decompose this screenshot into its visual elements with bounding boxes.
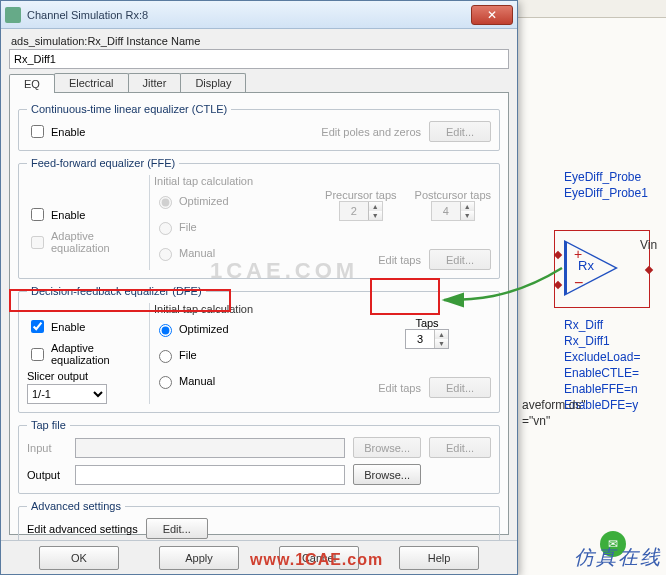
chevron-up-icon[interactable]: ▲: [435, 330, 448, 339]
ffe-radio-file: File: [154, 219, 284, 235]
tapfile-output-browse[interactable]: Browse...: [353, 464, 421, 485]
ctle-edit-button[interactable]: Edit...: [429, 121, 491, 142]
dfe-initial-label: Initial tap calculation: [154, 303, 284, 315]
ffe-edit-taps-label: Edit taps: [378, 254, 421, 266]
tapfile-input-field: [75, 438, 345, 458]
rx-label: Rx: [578, 258, 594, 273]
tab-eq[interactable]: EQ: [9, 74, 55, 93]
instance-name-input[interactable]: [9, 49, 509, 69]
postcursor-label: Postcursor taps: [415, 189, 491, 201]
app-icon: [5, 7, 21, 23]
ffe-initial-label: Initial tap calculation: [154, 175, 284, 187]
ctle-enable-checkbox[interactable]: [31, 125, 44, 138]
dfe-radio-manual[interactable]: Manual: [154, 373, 284, 389]
tab-jitter[interactable]: Jitter: [128, 73, 182, 92]
ctle-enable[interactable]: Enable: [27, 122, 85, 141]
ffe-edit-button[interactable]: Edit...: [429, 249, 491, 270]
ffe-legend: Feed-forward equalizer (FFE): [27, 157, 179, 169]
dfe-enable[interactable]: Enable: [27, 317, 137, 336]
param: Rx_Diff: [564, 318, 603, 332]
param-frag: ="vn": [522, 414, 550, 428]
dfe-taps-label: Taps: [392, 317, 462, 329]
window-title: Channel Simulation Rx:8: [27, 9, 471, 21]
tapfile-output-field[interactable]: [75, 465, 345, 485]
param: ExcludeLoad=: [564, 350, 640, 364]
advanced-label: Edit advanced settings: [27, 523, 138, 535]
precursor-spinner: ▲▼: [339, 201, 383, 221]
tapfile-input-browse[interactable]: Browse...: [353, 437, 421, 458]
slicer-label: Slicer output: [27, 370, 137, 382]
apply-button[interactable]: Apply: [159, 546, 239, 570]
ok-button[interactable]: OK: [39, 546, 119, 570]
dfe-enable-label: Enable: [51, 321, 85, 333]
tapfile-input-edit[interactable]: Edit...: [429, 437, 491, 458]
dfe-radio-file[interactable]: File: [154, 347, 284, 363]
vin-label: Vin: [640, 238, 657, 252]
tapfile-output-label: Output: [27, 469, 67, 481]
dfe-legend: Decision-feedback equalizer (DFE): [27, 285, 206, 297]
schematic-canvas: EyeDiff_Probe EyeDiff_Probe1 + − Rx Vin …: [518, 0, 666, 575]
dfe-edit-button[interactable]: Edit...: [429, 377, 491, 398]
ffe-enable-checkbox[interactable]: [31, 208, 44, 221]
instance-label: ads_simulation:Rx_Diff Instance Name: [11, 35, 509, 47]
dfe-adaptive-label: Adaptive equalization: [51, 342, 137, 366]
param: EnableCTLE=: [564, 366, 639, 380]
advanced-edit-button[interactable]: Edit...: [146, 518, 208, 539]
tapfile-legend: Tap file: [27, 419, 70, 431]
dfe-edit-taps-label: Edit taps: [378, 382, 421, 394]
dfe-radio-optimized[interactable]: Optimized: [154, 321, 284, 337]
tab-page-eq: Continuous-time linear equalizer (CTLE) …: [9, 93, 509, 535]
chevron-down-icon[interactable]: ▼: [435, 339, 448, 348]
postcursor-spinner: ▲▼: [431, 201, 475, 221]
dfe-adaptive[interactable]: Adaptive equalization: [27, 342, 137, 366]
ffe-adaptive-checkbox: [31, 236, 44, 249]
ffe-enable-label: Enable: [51, 209, 85, 221]
ffe-adaptive-label: Adaptive equalization: [51, 230, 137, 254]
tapfile-input-label: Input: [27, 442, 67, 454]
watermark: 1CAE.COM: [210, 258, 358, 284]
help-button[interactable]: Help: [399, 546, 479, 570]
cn-caption: 仿真在线: [574, 544, 662, 571]
tab-bar: EQ Electrical Jitter Display: [9, 73, 509, 93]
dfe-adaptive-checkbox[interactable]: [31, 348, 44, 361]
ruler: [518, 0, 666, 18]
probe-type: EyeDiff_Probe: [564, 170, 641, 184]
precursor-label: Precursor taps: [325, 189, 397, 201]
tab-display[interactable]: Display: [180, 73, 246, 92]
minus-icon: −: [574, 274, 583, 292]
param-frag: aveform.ds": [522, 398, 586, 412]
ffe-enable[interactable]: Enable: [27, 205, 137, 224]
tab-electrical[interactable]: Electrical: [54, 73, 129, 92]
tapfile-group: Tap file Input Browse... Edit... Output …: [18, 419, 500, 494]
ffe-adaptive[interactable]: Adaptive equalization: [27, 230, 137, 254]
advanced-legend: Advanced settings: [27, 500, 125, 512]
param: Rx_Diff1: [564, 334, 610, 348]
slicer-select[interactable]: 1/-1: [27, 384, 107, 404]
ctle-enable-label: Enable: [51, 126, 85, 138]
ctle-legend: Continuous-time linear equalizer (CTLE): [27, 103, 231, 115]
titlebar[interactable]: Channel Simulation Rx:8 ✕: [1, 1, 517, 29]
dfe-group: Decision-feedback equalizer (DFE) Initia…: [18, 285, 500, 413]
ctle-group: Continuous-time linear equalizer (CTLE) …: [18, 103, 500, 151]
param: EnableFFE=n: [564, 382, 638, 396]
dfe-taps-spinner[interactable]: ▲▼: [405, 329, 449, 349]
edit-poles-label: Edit poles and zeros: [321, 126, 421, 138]
dfe-enable-checkbox[interactable]: [31, 320, 44, 333]
probe-name: EyeDiff_Probe1: [564, 186, 648, 200]
channel-sim-dialog: Channel Simulation Rx:8 ✕ ads_simulation…: [0, 0, 518, 575]
close-button[interactable]: ✕: [471, 5, 513, 25]
watermark-url: www.1CAE.com: [250, 551, 383, 569]
ffe-radio-optimized: Optimized: [154, 193, 284, 209]
